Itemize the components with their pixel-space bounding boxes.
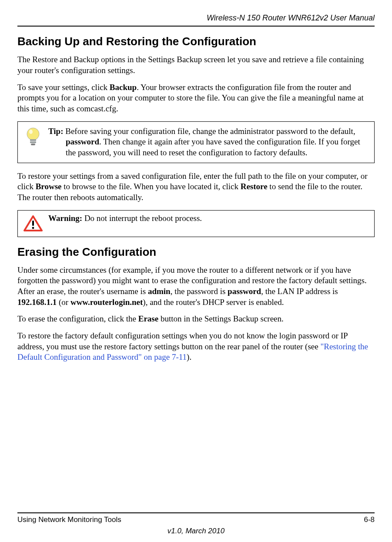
lightbulb-icon	[18, 122, 48, 152]
svg-point-6	[32, 227, 34, 229]
svg-point-1	[29, 130, 33, 134]
text: To restore the factory default configura…	[17, 331, 348, 351]
text: ).	[187, 352, 191, 361]
svg-rect-2	[30, 139, 36, 141]
svg-point-0	[27, 128, 39, 140]
text: . Then change it again after you have sa…	[66, 137, 360, 157]
text: to browse to the file. When you have loc…	[62, 182, 241, 191]
text: ), and the router's DHCP server is enabl…	[143, 298, 284, 307]
text: Before saving your configuration file, c…	[64, 127, 355, 136]
svg-rect-3	[30, 141, 36, 143]
paragraph: To restore your settings from a saved co…	[17, 171, 375, 203]
bold-text: Browse	[36, 182, 62, 191]
warning-body: Warning: Do not interrupt the reboot pro…	[48, 211, 374, 227]
text: (or	[57, 298, 70, 307]
bold-text: password	[228, 287, 261, 296]
bold-text: admin	[148, 287, 171, 296]
paragraph: To erase the configuration, click the Er…	[17, 314, 375, 325]
text: , the LAN IP address is	[261, 287, 338, 296]
paragraph: Under some circumstances (for example, i…	[17, 265, 375, 308]
svg-rect-4	[31, 144, 35, 145]
tip-label: Tip:	[48, 127, 64, 136]
bold-text: 192.168.1.1	[17, 298, 57, 307]
text: Do not interrupt the reboot process.	[82, 214, 202, 223]
paragraph: To save your settings, click Backup. You…	[17, 82, 375, 114]
bold-text: password	[66, 137, 99, 146]
heading-erasing: Erasing the Configuration	[17, 245, 375, 260]
paragraph: The Restore and Backup options in the Se…	[17, 54, 375, 76]
tip-body: Tip: Before saving your configuration fi…	[48, 122, 374, 163]
bold-text: Restore	[241, 182, 268, 191]
tip-callout: Tip: Before saving your configuration fi…	[17, 121, 375, 163]
svg-rect-5	[32, 221, 34, 226]
heading-backup-restore: Backing Up and Restoring the Configurati…	[17, 34, 375, 49]
paragraph: To restore the factory default configura…	[17, 331, 375, 363]
bold-text: www.routerlogin.net	[70, 298, 143, 307]
bold-text: Backup	[110, 83, 137, 92]
bold-text: Erase	[138, 314, 158, 323]
warning-icon	[18, 211, 48, 237]
text: , the password is	[171, 287, 228, 296]
warning-label: Warning:	[48, 214, 82, 223]
header-doc-title: Wireless-N 150 Router WNR612v2 User Manu…	[17, 13, 375, 27]
text: To save your settings, click	[17, 83, 110, 92]
text: To erase the configuration, click the	[17, 314, 138, 323]
text: button in the Settings Backup screen.	[158, 314, 284, 323]
warning-callout: Warning: Do not interrupt the reboot pro…	[17, 210, 375, 237]
